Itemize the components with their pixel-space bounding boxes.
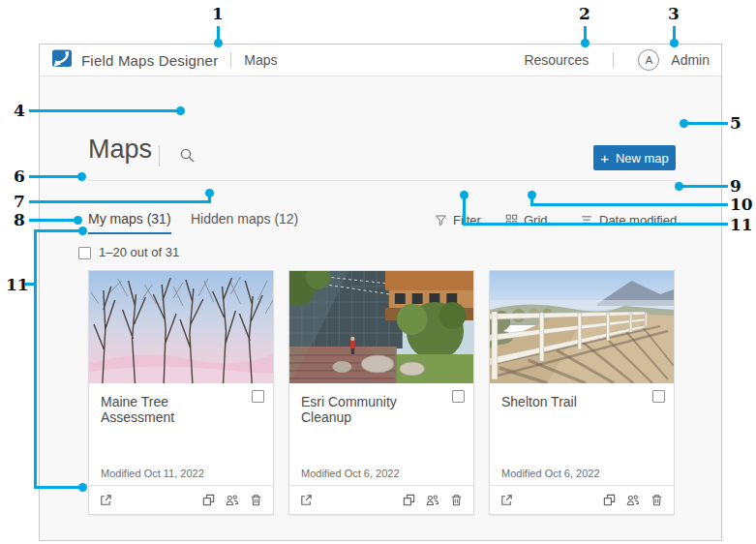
share-group-icon[interactable] bbox=[425, 493, 440, 507]
duplicate-icon[interactable] bbox=[602, 493, 617, 507]
callout-11-right: 11 bbox=[730, 217, 753, 233]
share-group-icon[interactable] bbox=[225, 493, 240, 507]
open-map-icon[interactable] bbox=[499, 493, 514, 507]
map-title: Maine Tree Assessment bbox=[101, 394, 242, 425]
app-header: Field Maps Designer Maps Resources A Adm… bbox=[40, 45, 721, 76]
new-map-label: New map bbox=[616, 151, 669, 166]
map-title: Esri Community Cleanup bbox=[301, 394, 442, 425]
app-window: Field Maps Designer Maps Resources A Adm… bbox=[39, 44, 722, 541]
filter-icon bbox=[435, 214, 447, 227]
user-menu[interactable]: Admin bbox=[671, 52, 710, 68]
section-divider bbox=[88, 180, 676, 181]
callout-7: 7 bbox=[14, 194, 25, 210]
plus-icon: + bbox=[600, 150, 609, 166]
screenshot-canvas: Field Maps Designer Maps Resources A Adm… bbox=[0, 0, 756, 544]
map-thumbnail[interactable] bbox=[289, 271, 473, 383]
map-title: Shelton Trail bbox=[501, 394, 577, 409]
callout-5: 5 bbox=[730, 115, 741, 132]
duplicate-icon[interactable] bbox=[201, 493, 216, 507]
delete-icon[interactable] bbox=[249, 493, 263, 507]
map-card: Esri Community Cleanup Modified Oct 6, 2… bbox=[288, 270, 474, 515]
delete-icon[interactable] bbox=[449, 493, 464, 507]
map-thumbnail[interactable] bbox=[89, 271, 273, 383]
map-card: Maine Tree Assessment Modified Oct 11, 2… bbox=[88, 270, 274, 515]
callout-2: 2 bbox=[579, 6, 590, 22]
callout-1: 1 bbox=[212, 6, 224, 22]
app-title: Field Maps Designer bbox=[81, 52, 218, 69]
open-map-icon[interactable] bbox=[99, 493, 113, 507]
card-footer bbox=[89, 485, 273, 514]
esri-logo bbox=[51, 47, 73, 73]
user-avatar[interactable]: A bbox=[638, 49, 659, 71]
header-divider bbox=[230, 52, 231, 68]
map-card: Shelton Trail Modified Oct 6, 2022 bbox=[489, 270, 675, 515]
map-thumbnail[interactable] bbox=[490, 271, 674, 383]
nav-resources[interactable]: Resources bbox=[524, 52, 589, 68]
card-footer bbox=[289, 485, 473, 514]
select-all-checkbox[interactable] bbox=[78, 247, 91, 259]
callout-6: 6 bbox=[14, 168, 25, 185]
map-select-checkbox[interactable] bbox=[652, 390, 665, 403]
delete-icon[interactable] bbox=[650, 493, 664, 507]
map-select-checkbox[interactable] bbox=[252, 390, 264, 403]
callout-9: 9 bbox=[730, 178, 741, 195]
tab-hidden-maps[interactable]: Hidden maps (12) bbox=[191, 211, 298, 232]
nav-maps[interactable]: Maps bbox=[244, 52, 277, 68]
callout-10: 10 bbox=[730, 196, 753, 213]
header-divider-2 bbox=[613, 52, 614, 68]
map-select-checkbox[interactable] bbox=[452, 390, 465, 403]
card-footer bbox=[490, 485, 674, 514]
new-map-button[interactable]: + New map bbox=[593, 145, 676, 170]
share-group-icon[interactable] bbox=[625, 493, 641, 507]
callout-8: 8 bbox=[14, 212, 25, 228]
result-range-label: 1–20 out of 31 bbox=[99, 245, 179, 259]
page-title: Maps bbox=[88, 135, 152, 165]
search-icon[interactable] bbox=[179, 147, 197, 165]
map-modified-label: Modified Oct 6, 2022 bbox=[301, 468, 400, 479]
content-area: Maps + New map My maps (31) Hidden maps … bbox=[40, 76, 721, 540]
title-divider bbox=[159, 145, 160, 166]
callout-11-left: 11 bbox=[6, 277, 29, 293]
open-map-icon[interactable] bbox=[299, 493, 314, 507]
tab-my-maps[interactable]: My maps (31) bbox=[88, 211, 171, 234]
callout-3: 3 bbox=[668, 6, 680, 22]
map-modified-label: Modified Oct 6, 2022 bbox=[501, 468, 600, 479]
map-modified-label: Modified Oct 11, 2022 bbox=[101, 468, 204, 479]
callout-4: 4 bbox=[14, 103, 25, 119]
duplicate-icon[interactable] bbox=[402, 493, 416, 507]
